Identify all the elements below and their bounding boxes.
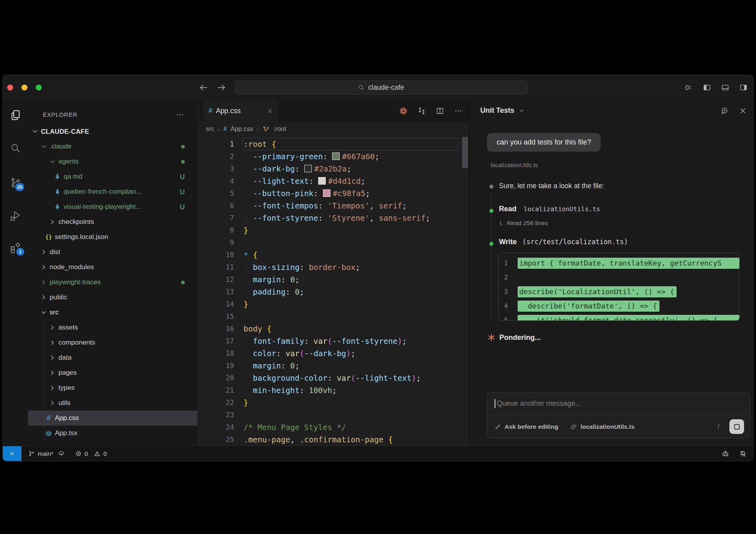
chevron-down-icon[interactable] — [518, 108, 525, 114]
back-arrow-icon[interactable] — [199, 83, 209, 93]
tree-item-node-modules[interactable]: node_modules — [28, 260, 197, 275]
git-branch-status[interactable]: main* — [28, 450, 65, 457]
context-file[interactable]: localizationUtils.ts — [580, 423, 634, 430]
code-line-18[interactable]: 18 color: var(--dark-bg); — [198, 347, 469, 360]
code-line-3[interactable]: 3 --dark-bg: #2a2b2a; — [198, 163, 469, 175]
code-line-17[interactable]: 17 font-family: var(--font-styrene); — [198, 335, 469, 347]
code-line-20[interactable]: 20 background-color: var(--light-text); — [198, 372, 469, 384]
edit-mode-selector[interactable]: Ask before editing — [505, 423, 558, 430]
chat-input-box[interactable]: Queue another message... Ask before edit… — [487, 392, 750, 438]
attachment-label[interactable]: localizationUtils.ts — [491, 162, 538, 168]
notifications-muted-icon[interactable] — [739, 450, 747, 458]
activity-extensions-icon[interactable]: 1 — [10, 241, 21, 253]
stop-button[interactable] — [729, 419, 744, 434]
tree-item-app-tsx[interactable]: App.tsx — [28, 426, 197, 441]
copilot-icon[interactable] — [721, 450, 729, 458]
tree-item-agents[interactable]: agents — [28, 154, 197, 169]
tree-item-utils[interactable]: utils — [28, 395, 197, 411]
explorer-more-actions-icon[interactable] — [176, 111, 184, 119]
code-line-19[interactable]: 19 margin: 0; — [198, 360, 469, 372]
tree-item--claude[interactable]: .claude — [28, 139, 197, 154]
code-line-24[interactable]: 24/* Menu Page Styles */ — [198, 421, 469, 434]
tree-item-src[interactable]: src — [28, 305, 197, 320]
command-center-search[interactable]: claude-cafe — [234, 81, 528, 94]
tree-item-quebec-french-complian-[interactable]: quebec-french-complian...U — [28, 184, 197, 199]
code-editor[interactable]: 1:root {2 --primary-green: #667a60;3 --d… — [198, 136, 469, 446]
breadcrumb-symbol[interactable]: :root — [273, 125, 286, 133]
code-line-22[interactable]: 22} — [198, 397, 469, 409]
tree-item-data[interactable]: data — [28, 350, 197, 365]
forward-arrow-icon[interactable] — [217, 83, 226, 93]
write-tool-call[interactable]: Write (src/test/localization.ts) — [499, 238, 628, 246]
close-panel-icon[interactable] — [739, 107, 747, 115]
open-changes-icon[interactable] — [418, 107, 426, 115]
tree-item-public[interactable]: public — [28, 290, 197, 305]
activity-source-control-icon[interactable]: 25 — [10, 177, 21, 189]
breadcrumb-file[interactable]: App.css — [230, 125, 253, 133]
code-line-10[interactable]: 10* { — [198, 249, 469, 261]
close-window-button[interactable] — [7, 85, 13, 91]
code-line-6[interactable]: 6 --font-tiempos: 'Tiempos', serif; — [198, 200, 469, 212]
tree-item-visual-testing-playwright-[interactable]: visual-testing-playwright...U — [28, 199, 197, 214]
tree-item-claude-cafe[interactable]: CLAUDE-CAFE — [28, 124, 197, 139]
breadcrumb[interactable]: src › # App.css › :root — [198, 122, 469, 136]
tree-item-label: node_modules — [50, 263, 94, 271]
activity-explorer-icon[interactable] — [10, 109, 21, 121]
code-line-13[interactable]: 13 padding: 0; — [198, 286, 469, 298]
code-line-25[interactable]: 25.menu-page, .confirmation-page { — [198, 434, 469, 446]
tree-item-pages[interactable]: pages — [28, 365, 197, 380]
activity-run-debug-icon[interactable] — [10, 210, 21, 222]
code-line-4[interactable]: 4 --light-text: #d4d1cd; — [198, 175, 469, 187]
remote-indicator[interactable] — [3, 446, 21, 461]
tab-app-css[interactable]: # App.css — [203, 100, 278, 122]
cloud-upload-icon[interactable] — [58, 450, 65, 457]
tree-item-settings-local-json[interactable]: {}settings.local.json — [28, 229, 197, 245]
tree-item-assets[interactable]: assets — [28, 320, 197, 335]
read-tool-call[interactable]: Read localizationUtils.ts — [499, 205, 600, 213]
code-line-15[interactable]: 15 — [198, 310, 469, 323]
customize-layout-icon[interactable] — [684, 83, 693, 92]
toggle-panel-icon[interactable] — [721, 83, 729, 92]
code-line-11[interactable]: 11 box-sizing: border-box; — [198, 261, 469, 274]
split-editor-icon[interactable] — [436, 107, 444, 115]
code-line-9[interactable]: 9 — [198, 237, 469, 249]
new-chat-icon[interactable] — [721, 107, 729, 115]
chevron-right-icon — [40, 279, 47, 286]
tree-item-types[interactable]: types — [28, 380, 197, 395]
close-tab-icon[interactable] — [267, 108, 273, 114]
tree-item-qa-md[interactable]: qa.mdU — [28, 169, 197, 184]
tree-item-dist[interactable]: dist — [28, 245, 197, 260]
claude-starburst-icon[interactable] — [399, 107, 408, 115]
code-line-7[interactable]: 7 --font-styrene: 'Styrene', sans-serif; — [198, 212, 469, 224]
markdown-icon — [54, 188, 61, 196]
tree-item-components[interactable]: components — [28, 335, 197, 350]
minimize-window-button[interactable] — [21, 85, 27, 91]
code-line-8[interactable]: 8} — [198, 224, 469, 237]
pencil-icon — [495, 424, 501, 430]
code-line-12[interactable]: 12 margin: 0; — [198, 274, 469, 286]
code-line-5[interactable]: 5 --button-pink: #c98fa5; — [198, 187, 469, 200]
tree-item-label: CLAUDE-CAFE — [41, 128, 89, 135]
tree-item-app-css[interactable]: #App.css — [28, 411, 197, 426]
breadcrumb-src[interactable]: src — [206, 125, 214, 133]
code-line-2[interactable]: 2 --primary-green: #667a60; — [198, 150, 469, 163]
slash-command-hint[interactable]: / — [717, 423, 719, 431]
code-line-21[interactable]: 21 min-height: 100vh; — [198, 384, 469, 397]
code-line-23[interactable]: 23 — [198, 409, 469, 421]
tree-item-checkpoints[interactable]: checkpoints — [28, 214, 197, 229]
diff-code-block[interactable]: 1import { formatDate, translateKey, getC… — [498, 253, 740, 321]
toggle-secondary-sidebar-icon[interactable] — [739, 83, 748, 92]
chevron-right-icon — [49, 399, 56, 407]
editor-more-actions-icon[interactable] — [454, 107, 462, 115]
tree-item-playwright-traces[interactable]: playwright-traces — [28, 275, 197, 290]
zoom-window-button[interactable] — [36, 85, 42, 91]
activity-search-icon[interactable] — [10, 142, 21, 154]
problems-status[interactable]: 0 0 — [75, 450, 107, 457]
message-input[interactable]: Queue another message... — [487, 392, 750, 415]
tab-label: App.css — [216, 107, 240, 115]
css-rule-symbol-icon — [262, 125, 270, 133]
toggle-sidebar-icon[interactable] — [703, 83, 711, 92]
code-line-14[interactable]: 14} — [198, 298, 469, 310]
code-line-1[interactable]: 1:root { — [198, 138, 469, 150]
code-line-16[interactable]: 16body { — [198, 323, 469, 335]
